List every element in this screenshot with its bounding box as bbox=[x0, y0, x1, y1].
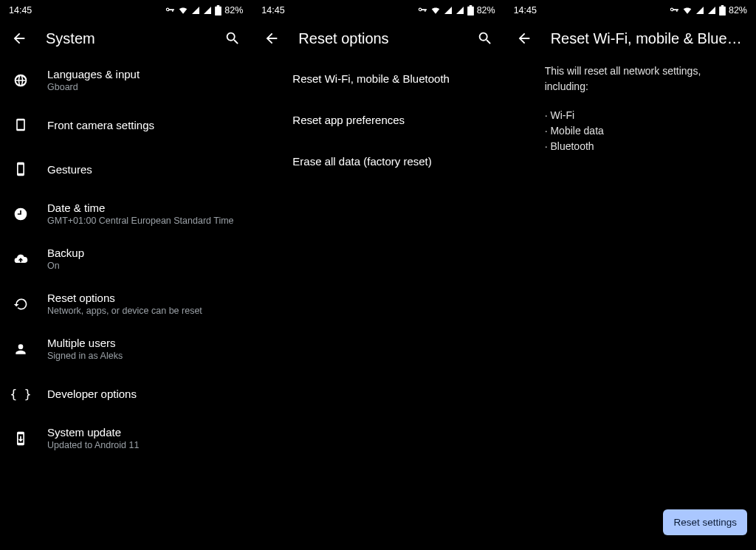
search-button[interactable] bbox=[476, 30, 494, 47]
app-bar: Reset Wi-Fi, mobile & Blueto… bbox=[505, 21, 756, 58]
back-button[interactable] bbox=[263, 30, 281, 47]
status-icons: 82% bbox=[417, 5, 495, 16]
item-backup[interactable]: BackupOn bbox=[0, 236, 252, 281]
item-gestures[interactable]: Gestures bbox=[0, 147, 252, 191]
battery-text: 82% bbox=[477, 5, 495, 16]
item-sub: On bbox=[47, 261, 84, 271]
back-button[interactable] bbox=[515, 30, 533, 47]
item-label: Backup bbox=[47, 247, 84, 259]
key-icon bbox=[669, 5, 679, 16]
signal-icon bbox=[707, 6, 716, 15]
item-sub: Network, apps, or device can be reset bbox=[47, 306, 202, 316]
intro-text: This will reset all network settings, in… bbox=[545, 63, 744, 94]
phone-reset-options: 14:45 82% Reset options Reset Wi-Fi, mob… bbox=[252, 0, 504, 550]
status-bar: 14:45 82% bbox=[0, 0, 252, 21]
item-front-camera[interactable]: Front camera settings bbox=[0, 103, 252, 147]
search-button[interactable] bbox=[224, 30, 241, 47]
item-label: Developer options bbox=[47, 388, 137, 400]
item-label: Front camera settings bbox=[47, 119, 154, 131]
signal-icon bbox=[191, 6, 200, 15]
item-label: Reset Wi-Fi, mobile & Bluetooth bbox=[292, 72, 450, 85]
item-date-time[interactable]: Date & timeGMT+01:00 Central European St… bbox=[0, 191, 252, 236]
cloud-upload-icon bbox=[12, 252, 30, 267]
globe-icon bbox=[12, 73, 30, 88]
item-sub: GMT+01:00 Central European Standard Time bbox=[47, 216, 234, 226]
item-system-update[interactable]: System updateUpdated to Android 11 bbox=[0, 416, 252, 461]
wifi-icon bbox=[430, 5, 441, 16]
clock: 14:45 bbox=[514, 5, 537, 16]
item-factory-reset[interactable]: Erase all data (factory reset) bbox=[252, 140, 504, 182]
app-bar: System bbox=[0, 21, 252, 58]
app-bar: Reset options bbox=[252, 21, 504, 58]
item-label: Date & time bbox=[47, 202, 234, 214]
battery-icon bbox=[719, 5, 726, 16]
status-icons: 82% bbox=[669, 5, 747, 16]
key-icon bbox=[417, 5, 427, 16]
gesture-icon bbox=[12, 162, 30, 176]
battery-icon bbox=[467, 5, 474, 16]
item-label: Erase all data (factory reset) bbox=[292, 155, 431, 168]
bullet-item: Bluetooth bbox=[545, 139, 744, 154]
page-title: System bbox=[46, 30, 206, 47]
clock: 14:45 bbox=[9, 5, 32, 16]
item-reset-network[interactable]: Reset Wi-Fi, mobile & Bluetooth bbox=[252, 58, 504, 99]
person-icon bbox=[12, 342, 30, 357]
signal-icon bbox=[203, 6, 212, 15]
phone-system: 14:45 82% System Languages & inputGboard bbox=[0, 0, 252, 550]
signal-icon bbox=[444, 6, 453, 15]
item-languages-input[interactable]: Languages & inputGboard bbox=[0, 58, 252, 103]
signal-icon bbox=[456, 6, 464, 15]
item-sub: Updated to Android 11 bbox=[47, 440, 139, 450]
system-update-icon bbox=[12, 431, 30, 446]
page-title: Reset Wi-Fi, mobile & Blueto… bbox=[551, 30, 746, 47]
clock-icon bbox=[12, 207, 30, 221]
wifi-icon bbox=[178, 5, 188, 16]
battery-text: 82% bbox=[224, 5, 243, 16]
item-reset-options[interactable]: Reset optionsNetwork, apps, or device ca… bbox=[0, 281, 252, 326]
bullet-list: Wi-Fi Mobile data Bluetooth bbox=[545, 108, 744, 154]
key-icon bbox=[165, 5, 175, 16]
item-developer-options[interactable]: { } Developer options bbox=[0, 371, 252, 416]
signal-icon bbox=[695, 6, 704, 15]
reset-description: This will reset all network settings, in… bbox=[505, 58, 756, 154]
reset-settings-button[interactable]: Reset settings bbox=[663, 509, 747, 535]
settings-list: Languages & inputGboard Front camera set… bbox=[0, 58, 252, 461]
item-label: Multiple users bbox=[47, 337, 123, 349]
item-reset-app-prefs[interactable]: Reset app preferences bbox=[252, 99, 504, 140]
item-multiple-users[interactable]: Multiple usersSigned in as Aleks bbox=[0, 326, 252, 371]
bullet-item: Wi-Fi bbox=[545, 108, 744, 123]
phone-front-icon bbox=[12, 117, 30, 132]
battery-text: 82% bbox=[729, 5, 747, 16]
braces-icon: { } bbox=[12, 387, 30, 401]
status-bar: 14:45 82% bbox=[252, 0, 504, 21]
battery-icon bbox=[215, 5, 221, 16]
status-icons: 82% bbox=[165, 5, 243, 16]
item-label: Languages & input bbox=[47, 68, 140, 80]
item-label: Reset app preferences bbox=[292, 114, 405, 126]
restore-icon bbox=[12, 297, 30, 312]
item-label: System update bbox=[47, 426, 139, 439]
phone-reset-network: 14:45 82% Reset Wi-Fi, mobile & Blueto… … bbox=[504, 0, 756, 550]
item-label: Gestures bbox=[47, 163, 92, 176]
wifi-icon bbox=[682, 5, 693, 16]
item-sub: Gboard bbox=[47, 82, 140, 92]
status-bar: 14:45 82% bbox=[505, 0, 756, 21]
item-sub: Signed in as Aleks bbox=[47, 351, 123, 361]
item-label: Reset options bbox=[47, 292, 202, 304]
reset-list: Reset Wi-Fi, mobile & Bluetooth Reset ap… bbox=[252, 58, 504, 182]
back-button[interactable] bbox=[10, 30, 28, 47]
clock: 14:45 bbox=[261, 5, 284, 16]
bullet-item: Mobile data bbox=[545, 123, 744, 139]
page-title: Reset options bbox=[298, 30, 458, 47]
